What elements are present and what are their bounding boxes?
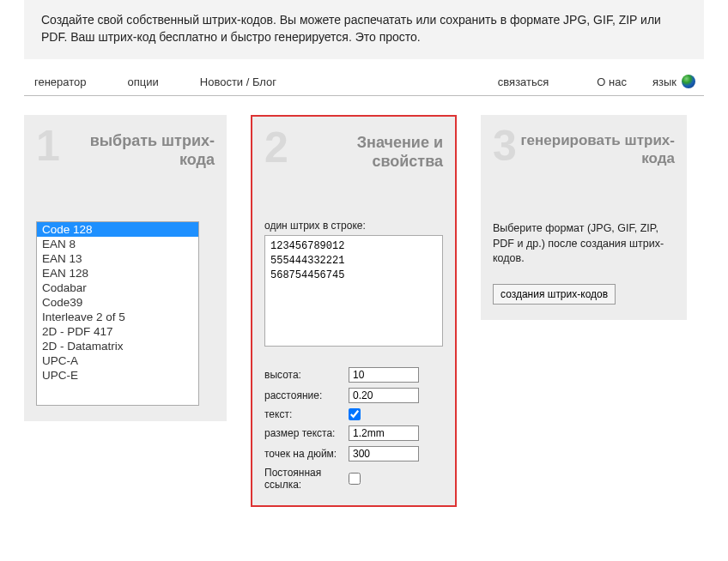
- height-label: высота:: [264, 369, 349, 381]
- nav-contact[interactable]: связаться: [474, 74, 573, 90]
- codes-textarea[interactable]: [264, 235, 443, 347]
- distance-input[interactable]: [349, 388, 419, 403]
- permalink-checkbox[interactable]: [349, 473, 361, 485]
- barcode-type-listbox[interactable]: Code 128EAN 8EAN 13EAN 128CodabarCode39I…: [36, 221, 199, 406]
- nav-generator[interactable]: генератор: [27, 74, 107, 90]
- generate-button[interactable]: создания штрих-кодов: [493, 284, 616, 305]
- list-item[interactable]: EAN 8: [37, 237, 198, 251]
- list-item[interactable]: Code39: [37, 295, 198, 310]
- properties-group: высота: расстояние: текст: размер текста…: [264, 365, 443, 493]
- nav-language[interactable]: язык: [651, 73, 701, 90]
- nav-news[interactable]: Новости / Блог: [179, 74, 297, 90]
- step3-description: Выберите формат (JPG, GIF, ZIP, PDF и др…: [493, 221, 675, 267]
- nav-options[interactable]: опции: [107, 74, 179, 90]
- nav-language-label: язык: [652, 75, 676, 88]
- list-item[interactable]: Code 128: [37, 222, 198, 237]
- list-item[interactable]: UPC-E: [37, 368, 198, 383]
- step1-panel: 1 выбрать штрих-кода Code 128EAN 8EAN 13…: [24, 115, 227, 421]
- height-input[interactable]: [349, 367, 419, 383]
- codes-textarea-label: один штрих в строке:: [264, 220, 443, 232]
- list-item[interactable]: 2D - PDF 417: [37, 324, 198, 339]
- step3-panel: 3 генерировать штрих-кода Выберите форма…: [481, 115, 687, 320]
- list-item[interactable]: 2D - Datamatrix: [37, 339, 198, 353]
- list-item[interactable]: EAN 13: [37, 251, 198, 266]
- steps-row: 1 выбрать штрих-кода Code 128EAN 8EAN 13…: [24, 96, 704, 533]
- list-item[interactable]: Interleave 2 of 5: [37, 310, 198, 324]
- step2-panel: 2 Значение и свойства один штрих в строк…: [251, 115, 457, 507]
- distance-label: расстояние:: [264, 389, 349, 401]
- dpi-input[interactable]: [349, 446, 419, 461]
- step1-title: выбрать штрих-кода: [58, 127, 215, 169]
- dpi-label: точек на дюйм:: [264, 448, 349, 460]
- step2-number: 2: [264, 129, 287, 167]
- nav-about[interactable]: О нас: [573, 74, 651, 90]
- globe-icon: [682, 75, 695, 88]
- textsize-input[interactable]: [349, 425, 419, 441]
- text-label: текст:: [264, 408, 349, 420]
- permalink-label: Постоянная ссылка:: [264, 467, 349, 491]
- text-checkbox[interactable]: [349, 408, 361, 420]
- step3-title: генерировать штрих-кода: [515, 127, 675, 167]
- intro-banner: Создайте свой собственный штрих-кодов. В…: [24, 0, 704, 59]
- textsize-label: размер текста:: [264, 427, 349, 439]
- step3-number: 3: [493, 127, 515, 166]
- step2-title: Значение и свойства: [287, 129, 443, 171]
- list-item[interactable]: EAN 128: [37, 266, 198, 280]
- list-item[interactable]: UPC-A: [37, 353, 198, 368]
- main-nav: генератор опции Новости / Блог связаться…: [24, 66, 704, 96]
- list-item[interactable]: Codabar: [37, 280, 198, 295]
- step1-number: 1: [36, 127, 58, 166]
